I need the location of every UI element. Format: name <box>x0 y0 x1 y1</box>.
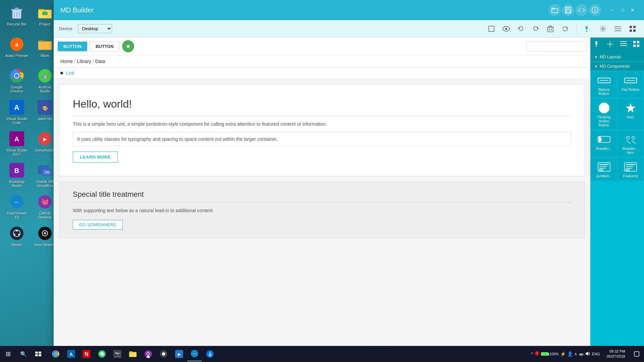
paintnet-label: paint.net <box>38 117 52 121</box>
comp-breadcrumb-item[interactable]: Breadcr... Item <box>618 130 643 157</box>
svg-point-60 <box>602 28 604 30</box>
tab-button-2[interactable]: BUTTON <box>90 42 119 51</box>
taskbar-blue-app[interactable]: ▶ <box>172 347 186 361</box>
genymotion-label: Genymotion <box>35 148 55 152</box>
desktop-icon-bootstrap-studio[interactable]: B Bootstrap Studio <box>3 161 30 191</box>
undo-btn[interactable] <box>515 23 527 35</box>
bootstrap-studio-icon: B <box>9 162 25 178</box>
rp-grid-icon[interactable] <box>632 40 641 51</box>
svg-point-70 <box>609 43 611 45</box>
desktop-icon-avast[interactable]: a Avast Premier <box>3 35 30 65</box>
desktop-icon-steam[interactable]: Steam <box>3 224 30 254</box>
svg-rect-100 <box>39 352 41 354</box>
device-dropdown[interactable]: Desktop Mobile Tablet <box>78 24 112 33</box>
redo-btn[interactable] <box>530 23 542 35</box>
desktop-icon-vs2017[interactable]: A Visual Studio 2017 <box>3 129 30 160</box>
notification-btn[interactable] <box>629 346 644 362</box>
content-area: BUTTON BUTTON ★ Home / Library / Data <box>54 38 644 346</box>
refresh-btn[interactable] <box>559 23 571 35</box>
square-icon-btn[interactable] <box>485 23 497 35</box>
svg-line-88 <box>632 140 636 144</box>
code-btn[interactable] <box>576 4 588 16</box>
components-arrow-icon: ▼ <box>594 65 598 68</box>
systray-power[interactable]: ⚡ <box>560 351 566 357</box>
taskbar-vscode[interactable]: A <box>64 347 78 361</box>
preview-btn[interactable] <box>500 23 512 35</box>
comp-icon[interactable]: Icon <box>618 99 643 130</box>
comp-fab[interactable]: Floating Action Button <box>591 99 617 130</box>
rp-menu-icon[interactable] <box>619 40 628 51</box>
task-view-button[interactable] <box>31 347 46 361</box>
md-layouts-header[interactable]: ▼ MD Layouts <box>590 53 644 61</box>
taskbar-photo[interactable]: 📷 <box>110 347 125 361</box>
minimize-btn[interactable]: ─ <box>608 5 617 15</box>
svg-rect-46 <box>567 7 569 9</box>
rp-settings-icon[interactable] <box>605 40 615 51</box>
svg-point-43 <box>44 232 46 234</box>
jumbotron-description: This is a simple hero unit, a simple jum… <box>73 116 571 127</box>
taskbar-netflix[interactable]: N <box>79 347 94 361</box>
start-button[interactable]: ⊞ <box>0 346 16 362</box>
taskbar-dropbox[interactable]: 💧 <box>203 347 217 361</box>
svg-rect-58 <box>586 29 587 31</box>
right-panel: ▼ MD Layouts ▼ MD Components <box>590 38 644 346</box>
go-somewhere-btn[interactable]: GO SOMEWHERE <box>73 220 123 230</box>
menu-btn[interactable] <box>612 23 624 35</box>
taskbar-clock[interactable]: 09:32 PM 05/07/2018 <box>603 349 629 359</box>
info-btn[interactable]: i <box>589 4 601 16</box>
svg-marker-83 <box>626 103 636 113</box>
breadcrumb-library[interactable]: Library <box>77 59 91 64</box>
svg-rect-74 <box>633 41 636 43</box>
open-folder-btn[interactable] <box>549 4 561 16</box>
comp-breadcrumb[interactable]: Breadcr... <box>591 130 617 157</box>
systray-network[interactable] <box>579 351 584 357</box>
favorite-btn[interactable]: ★ <box>122 40 134 52</box>
save-btn[interactable] <box>562 4 574 16</box>
grid-btn[interactable] <box>627 23 639 35</box>
tab-button-1[interactable]: BUTTON <box>58 42 87 51</box>
desktop-icon-recycle-bin[interactable]: Recycle Bin <box>3 3 30 34</box>
desktop-icon-chrome[interactable]: Google Chrome <box>3 66 30 97</box>
svg-text:B: B <box>14 167 19 174</box>
comp-featured[interactable]: Featured <box>618 158 643 181</box>
svg-text:i: i <box>594 8 595 13</box>
taskbar-dot-app[interactable] <box>156 347 171 361</box>
canvas-area: BUTTON BUTTON ★ Home / Library / Data <box>54 38 590 346</box>
systray-volume[interactable] <box>585 351 591 357</box>
learn-more-btn[interactable]: LEARN MORE <box>73 152 118 163</box>
svg-text:↔: ↔ <box>14 199 19 205</box>
desktop-icon-teamviewer[interactable]: ↔ TeamViewer 13 <box>3 192 30 223</box>
breadcrumb-data[interactable]: Data <box>95 59 105 64</box>
rp-brush-icon[interactable] <box>594 40 602 51</box>
search-button[interactable]: 🔍 <box>16 347 31 361</box>
svg-rect-2 <box>15 8 19 9</box>
systray-malware[interactable]: ! <box>534 351 540 357</box>
comp-raised-button[interactable]: Raised Button <box>591 71 617 98</box>
systray-chevron[interactable]: ^ <box>531 352 533 356</box>
taskbar-github[interactable] <box>141 347 156 361</box>
maximize-btn[interactable]: □ <box>618 5 627 15</box>
taskbar-teamviewer[interactable]: ↔ <box>187 347 202 361</box>
close-btn[interactable]: ✕ <box>628 5 637 15</box>
work-folder-icon <box>37 36 53 52</box>
svg-rect-65 <box>633 26 636 28</box>
systray-lang[interactable]: ENG <box>592 352 600 356</box>
link-label[interactable]: Link <box>66 70 74 76</box>
comp-flat-button[interactable]: Flat Button <box>618 71 643 98</box>
brush-btn[interactable] <box>582 23 594 35</box>
taskbar-chrome[interactable] <box>48 347 63 361</box>
svg-rect-99 <box>35 352 38 354</box>
taskbar-whatsapp[interactable] <box>95 347 109 361</box>
md-components-header[interactable]: ▼ MD Components <box>590 62 644 71</box>
desktop-icon-vscode[interactable]: A Visual Studio Code <box>3 98 30 128</box>
settings-btn[interactable] <box>597 23 609 35</box>
systray-chevron-2[interactable]: ∧ <box>574 352 577 356</box>
taskbar-file-explorer[interactable] <box>125 347 140 361</box>
comp-jumbotron[interactable]: Jumbotr... <box>591 158 617 181</box>
breadcrumb-home[interactable]: Home <box>60 59 73 64</box>
right-panel-top-icons <box>590 38 644 53</box>
svg-text:A: A <box>69 352 73 357</box>
systray-people[interactable]: 👤 <box>567 351 573 357</box>
svg-text:💧: 💧 <box>207 351 213 357</box>
delete-btn[interactable] <box>544 23 556 35</box>
